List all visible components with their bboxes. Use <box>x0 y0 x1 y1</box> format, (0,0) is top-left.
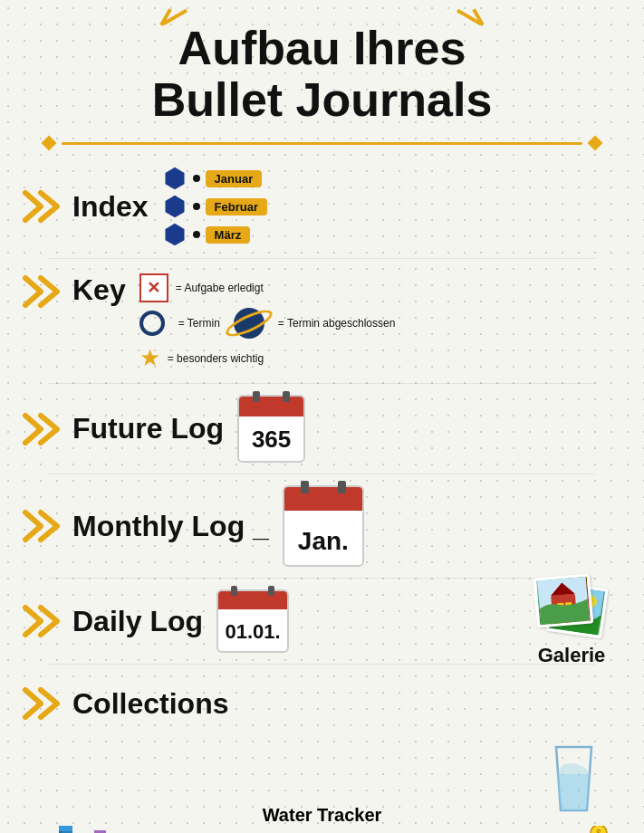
collections-items: Leseliste Water Tracker 😡 😟 😐 🙂 😊 ▶ Mood… <box>18 742 626 833</box>
month-januar: Januar <box>206 170 263 187</box>
collections-label: Collections <box>72 687 228 721</box>
bullet-dot-2 <box>193 203 200 210</box>
section-future-log: Future Log 365 <box>18 391 626 466</box>
section-monthly-log: Monthly Log _ Jan. <box>18 482 626 570</box>
arrow-monthly-log <box>18 508 68 544</box>
key-row-termin: = Termin = Termin abgeschlossen <box>139 308 396 339</box>
section-collections: Collections <box>18 672 626 735</box>
key-label: Key <box>72 273 126 307</box>
day-label: 01.01. <box>225 620 280 644</box>
hex-row-1: Januar <box>162 166 267 191</box>
calendar-month-icon: Jan. <box>283 485 364 567</box>
svg-marker-0 <box>165 168 184 190</box>
section-key: Key = Aufgabe erledigt = Termin = Termin… <box>18 266 626 376</box>
calendar-day-icon: 01.01. <box>216 589 289 653</box>
month-marz: März <box>206 226 251 244</box>
title-section: Aufbau Ihres Bullet Journals <box>18 9 626 130</box>
key-star-icon: ★ <box>139 344 160 372</box>
calendar-day-top <box>218 591 287 609</box>
key-circle-icon <box>139 311 165 336</box>
year-number: 365 <box>252 426 291 454</box>
key-planet-icon <box>234 308 264 339</box>
key-termin-abg-text: = Termin abgeschlossen <box>278 317 396 330</box>
water-glass-container <box>549 742 599 819</box>
svg-rect-18 <box>59 826 72 831</box>
arrow-index <box>18 188 68 225</box>
arrow-future-log <box>18 411 68 447</box>
leseliste-col: Leseliste <box>27 817 112 833</box>
key-task-text: = Aufgabe erledigt <box>176 282 264 294</box>
key-row-wichtig: ★ = besonders wichtig <box>139 344 396 372</box>
piggy-bank-icon: $ $ $ <box>533 826 615 833</box>
gallery-stack <box>535 576 608 644</box>
calendar-year-icon: 365 <box>237 395 305 463</box>
photo-card-front <box>533 573 594 627</box>
middle-col: Water Tracker 😡 😟 😐 🙂 😊 ▶ Mood Tracker <box>241 805 404 833</box>
gallery-area: Galerie <box>535 576 608 667</box>
month-februar: Februar <box>206 198 267 215</box>
svg-text:$: $ <box>596 828 601 833</box>
arrow-key <box>18 273 68 310</box>
arrow-daily-log <box>18 603 68 639</box>
hex-month-group: Januar Februar März <box>162 166 267 247</box>
calendar-year-top <box>239 397 303 416</box>
calendar-month-top <box>284 487 362 511</box>
key-wichtig-text: = besonders wichtig <box>168 352 264 365</box>
hex-row-3: März <box>162 222 267 247</box>
svg-marker-1 <box>165 196 184 218</box>
hex-row-2: Februar <box>162 194 267 219</box>
index-label: Index <box>72 190 149 224</box>
key-task-icon <box>139 273 168 302</box>
bullet-dot-3 <box>193 231 200 238</box>
future-log-label: Future Log <box>72 412 224 445</box>
title-divider <box>36 138 608 148</box>
books-icon <box>29 817 111 833</box>
title-line2: Bullet Journals <box>152 74 493 126</box>
key-row-task: = Aufgabe erledigt <box>139 273 396 302</box>
section-daily-log: Daily Log 01.01. <box>18 586 626 656</box>
section-index: Index Januar Februar <box>18 162 626 251</box>
daily-log-label: Daily Log <box>72 605 203 638</box>
svg-marker-2 <box>165 224 184 246</box>
month-label: Jan. <box>298 527 349 556</box>
monthly-log-label: Monthly Log _ <box>72 510 269 543</box>
water-tracker-label: Water Tracker <box>263 805 382 826</box>
index-content: Januar Februar März <box>162 166 267 247</box>
gallery-label: Galerie <box>538 644 606 667</box>
arrow-collections <box>18 685 68 722</box>
piggy-bank-container: $ $ $ <box>533 826 615 833</box>
key-content: = Aufgabe erledigt = Termin = Termin abg… <box>139 273 396 372</box>
right-col: $ $ $ <box>532 742 617 833</box>
bullet-dot-1 <box>193 175 200 182</box>
title-line1: Aufbau Ihres <box>152 23 493 74</box>
water-glass-icon <box>549 742 599 815</box>
key-termin-text: = Termin <box>178 317 220 330</box>
